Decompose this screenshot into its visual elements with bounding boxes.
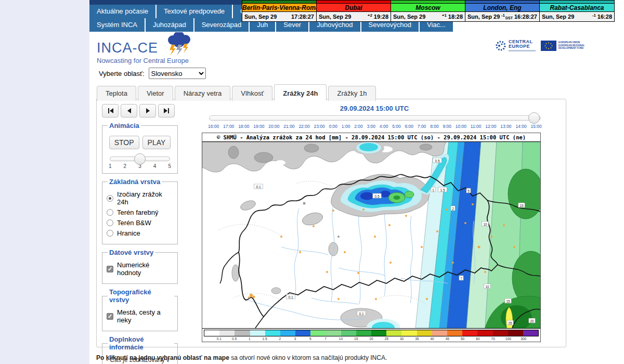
central-europe-tagline <box>509 50 536 51</box>
speed-slider-thumb[interactable] <box>134 153 146 165</box>
base-layer-option-0[interactable]: Izočiary zrážok 24h <box>107 190 173 206</box>
clock-time-value: 17:28:27 <box>291 14 314 20</box>
product-tabs: TeplotaVietorNárazy vetraVlhkosťZrážky 2… <box>97 84 378 100</box>
last-frame-button[interactable] <box>158 104 175 118</box>
clock-city-label: Dubai <box>317 3 391 12</box>
control-column: Animácia STOP PLAY 12345 Základná vrstva… <box>102 104 178 364</box>
topo-layers-fieldset: Topografické vrstvy Mestá, cesty a rieky <box>102 288 178 331</box>
option-label: Terén B&W <box>117 219 151 227</box>
svg-text:0.5: 0.5 <box>374 194 379 198</box>
clock-offset: +1 <box>442 13 447 20</box>
scale-label: 50 <box>461 337 464 341</box>
time-tick: 6:00 <box>405 124 413 129</box>
checkbox-icon[interactable] <box>107 313 113 320</box>
nav-secondary-0[interactable]: Systém INCA <box>89 18 145 32</box>
tab-5[interactable]: Zrážky 1h <box>328 86 375 101</box>
time-tick: 12:00 <box>485 124 496 129</box>
time-tick: 22:00 <box>298 124 309 129</box>
tab-2[interactable]: Nárazy vetra <box>175 86 231 101</box>
checkbox-icon[interactable] <box>107 266 113 272</box>
region-select[interactable]: Slovensko <box>149 68 206 79</box>
tab-1[interactable]: Vietor <box>138 86 173 101</box>
scale-label: 0.1 <box>217 337 222 341</box>
play-button[interactable]: PLAY <box>142 136 171 149</box>
precipitation-map[interactable]: 0.10.50.10.10.511.5251071015152025 <box>202 142 540 328</box>
speed-slider[interactable] <box>110 157 170 161</box>
top-navy-strip <box>89 0 242 5</box>
svg-text:10: 10 <box>485 285 489 289</box>
svg-text:20: 20 <box>530 319 534 323</box>
time-slider-thumb[interactable] <box>528 112 540 124</box>
scale-cell <box>493 330 508 336</box>
scale-label: 5 <box>309 337 311 341</box>
radio-icon[interactable] <box>107 195 113 202</box>
tab-3[interactable]: Vlhkosť <box>232 86 272 101</box>
partner-logos: CENTRAL EUROPE EUROPEAN UNION EUROPEAN R… <box>495 40 585 51</box>
stop-button[interactable]: STOP <box>109 136 139 149</box>
data-layer-option-0[interactable]: Numerické hodnoty <box>107 261 173 277</box>
clock-date: Sun, Sep 29 <box>244 14 290 20</box>
first-frame-button[interactable] <box>102 104 119 118</box>
scale-cell <box>250 330 265 336</box>
nav-primary-0[interactable]: Aktuálne počasie <box>89 5 155 18</box>
clock-time-row: Sun, Sep 29+219:28 <box>317 12 391 21</box>
radio-icon[interactable] <box>107 230 113 237</box>
scale-cell <box>432 330 447 336</box>
clock-offset: -1 <box>592 13 596 20</box>
tab-4[interactable]: Zrážky 24h <box>274 84 327 101</box>
time-slider[interactable] <box>209 115 541 121</box>
svg-text:7: 7 <box>460 277 462 280</box>
scale-label: 10 <box>339 337 343 341</box>
central-europe-logo: CENTRAL EUROPE <box>495 40 536 51</box>
scale-cell <box>204 330 219 336</box>
base-layer-options: Izočiary zrážok 24hTerén farebnýTerén B&… <box>106 190 174 237</box>
base-layer-fieldset: Základná vrstva Izočiary zrážok 24hTerén… <box>102 178 178 244</box>
data-layer-options: Numerické hodnoty <box>106 261 174 277</box>
topo-layer-options: Mestá, cesty a rieky <box>106 308 174 324</box>
svg-text:15: 15 <box>519 204 524 207</box>
scale-labels: 0.10.511.5235710152025303540455060701003… <box>204 337 539 341</box>
svg-text:5: 5 <box>467 189 470 193</box>
time-tick: 4:00 <box>380 124 388 129</box>
scale-cell <box>477 330 492 336</box>
nav-secondary-1[interactable]: Juhozápad <box>146 18 193 32</box>
speed-mark: 1 <box>109 163 112 169</box>
base-layer-option-2[interactable]: Terén B&W <box>107 219 173 227</box>
map-image[interactable]: © SHMÚ - Analýza zrážok za 24 hod [mm] -… <box>202 133 541 342</box>
nav-secondary-2[interactable]: Severozápad <box>194 18 249 32</box>
scale-cell <box>401 330 417 336</box>
base-layer-option-1[interactable]: Terén farebný <box>107 209 173 216</box>
scale-cell <box>235 330 250 336</box>
scale-label: 2 <box>279 337 281 341</box>
scale-cell <box>447 330 462 336</box>
tab-0[interactable]: Teplota <box>97 86 136 101</box>
scale-cell <box>356 330 371 336</box>
next-frame-button[interactable] <box>139 104 156 118</box>
speed-mark: 4 <box>153 163 157 169</box>
scale-label: 7 <box>324 337 327 341</box>
time-tick: 20:00 <box>268 124 279 129</box>
radio-icon[interactable] <box>107 219 113 226</box>
base-layer-option-3[interactable]: Hranice <box>107 229 173 237</box>
svg-text:0.1: 0.1 <box>359 312 363 316</box>
scale-label: 30 <box>400 337 404 341</box>
clock-date: Sun, Sep 29 <box>319 14 368 20</box>
logo-subtitle: Nowcasting for Central Europe <box>97 57 194 64</box>
nav-primary-1[interactable]: Textové predpovede <box>157 5 232 18</box>
scale-cell <box>341 330 356 336</box>
svg-text:0.1: 0.1 <box>288 295 293 299</box>
topo-layer-option-0[interactable]: Mestá, cesty a rieky <box>107 308 173 324</box>
clock-4: Rabat-CasablancaSun, Sep 29-116:28 <box>540 1 614 21</box>
time-tick: 19:00 <box>253 124 264 129</box>
scale-label: 3 <box>294 337 296 341</box>
scale-colors <box>204 330 539 336</box>
speed-mark: 2 <box>124 163 127 169</box>
scale-cell <box>417 330 432 336</box>
svg-text:10: 10 <box>483 223 487 226</box>
clock-date: Sun, Sep 29 <box>542 14 592 20</box>
prev-frame-button[interactable] <box>121 104 137 118</box>
time-tick: 21:00 <box>283 124 294 129</box>
scale-label: 45 <box>446 337 449 341</box>
radio-icon[interactable] <box>107 209 113 216</box>
time-tick: 14:00 <box>515 124 526 129</box>
